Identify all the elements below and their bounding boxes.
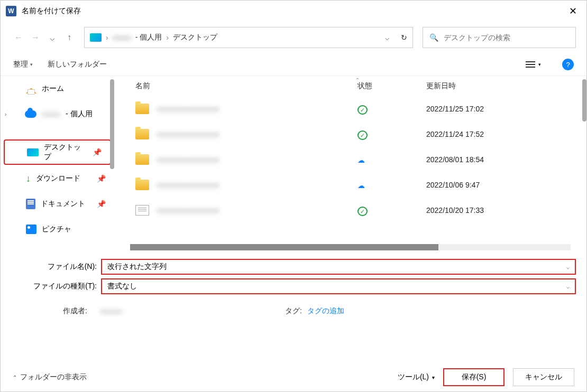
header-modified[interactable]: 更新日時	[426, 81, 586, 91]
state-cell: ✓	[357, 205, 426, 216]
sidebar-item-desktop[interactable]: デスクトップ 📌	[4, 139, 111, 165]
breadcrumb-user-suffix[interactable]: - 個人用	[135, 33, 162, 42]
sidebar-item-label: ダウンロード	[36, 174, 80, 183]
file-icon	[135, 205, 149, 216]
home-icon	[26, 84, 36, 94]
filename-label: ファイル名(N):	[11, 262, 101, 272]
refresh-icon[interactable]: ↻	[401, 33, 407, 42]
synced-icon: ✓	[357, 130, 368, 140]
breadcrumb-user[interactable]: xxxxx	[113, 33, 131, 42]
file-name: xxxxxxxxxxxxxxxxx	[157, 181, 357, 189]
sidebar-item-label: デスクトップ	[44, 143, 87, 162]
breadcrumb-sep: ›	[106, 33, 108, 42]
cancel-button[interactable]: キャンセル	[513, 368, 574, 386]
view-mode-button[interactable]: ▾	[526, 61, 541, 68]
desktop-icon	[27, 148, 39, 156]
expand-chevron-icon[interactable]: ›	[5, 111, 6, 117]
filename-input[interactable]	[107, 263, 566, 271]
word-app-icon: W	[6, 6, 16, 16]
sidebar-item-label: ピクチャ	[42, 225, 71, 234]
sidebar-item-label: ホーム	[42, 84, 64, 94]
help-icon[interactable]: ?	[562, 59, 574, 70]
table-row[interactable]: xxxxxxxxxxxxxxxxx☁2022/08/01 18:54	[114, 147, 586, 172]
file-date: 2022/11/24 17:52	[426, 130, 586, 138]
column-resize-icon[interactable]: ⌃	[355, 77, 360, 83]
author-label: 作成者:	[11, 306, 100, 316]
breadcrumb-sep: ›	[166, 33, 169, 42]
search-input[interactable]	[444, 33, 569, 42]
pin-icon[interactable]: 📌	[97, 200, 106, 208]
cloud-icon: ☁	[357, 181, 365, 190]
folder-icon	[135, 129, 149, 139]
organize-button[interactable]: 整理▾	[13, 60, 33, 69]
document-icon	[26, 199, 35, 209]
save-fields: ファイル名(N): ⌵ ファイルの種類(T): 書式なし ⌵	[1, 250, 586, 302]
pin-icon[interactable]: 📌	[93, 148, 102, 156]
sidebar-item-pictures[interactable]: ピクチャ	[1, 217, 114, 242]
table-row[interactable]: xxxxxxxxxxxxxxxxx☁2022/10/06 9:47	[114, 172, 586, 198]
sidebar-item-onedrive[interactable]: › xxxxx - 個人用	[1, 101, 114, 127]
add-tag-link[interactable]: タグの追加	[307, 306, 344, 316]
folder-icon	[135, 154, 149, 165]
meta-row: 作成者: xxxxxx タグ: タグの追加	[1, 302, 586, 320]
header-name[interactable]: 名前	[135, 81, 357, 91]
author-value: xxxxxx	[100, 307, 195, 315]
table-row[interactable]: xxxxxxxxxxxxxxxxx✓2022/11/24 17:52	[114, 122, 586, 147]
save-button[interactable]: 保存(S)	[443, 368, 505, 386]
address-bar[interactable]: › xxxxx - 個人用 › デスクトップ ⌵ ↻	[84, 27, 413, 48]
horizontal-scrollbar[interactable]	[130, 244, 571, 250]
state-cell: ✓	[357, 104, 426, 115]
title-bar: W 名前を付けて保存 ✕	[1, 1, 586, 22]
list-view-icon	[526, 61, 535, 68]
hide-folders-button[interactable]: ⌃フォルダーの非表示	[13, 372, 87, 382]
forward-button[interactable]: →	[28, 30, 43, 45]
filename-input-wrap: ⌵	[101, 259, 576, 275]
filename-dropdown-icon[interactable]: ⌵	[566, 264, 570, 270]
pc-icon	[90, 33, 102, 42]
file-name: xxxxxxxxxxxxxxxxx	[157, 105, 357, 113]
pin-icon[interactable]: 📌	[97, 174, 106, 183]
file-date: 2022/10/20 17:33	[426, 206, 586, 214]
sidebar-item-home[interactable]: ホーム	[1, 76, 114, 101]
download-icon: ↓	[26, 173, 31, 184]
nav-row: ← → ⌵ ↑ › xxxxx - 個人用 › デスクトップ ⌵ ↻ 🔍	[1, 22, 586, 53]
file-date: 2022/10/06 9:47	[426, 181, 586, 189]
file-date: 2022/11/25 17:02	[426, 105, 586, 113]
sidebar-onedrive-user: xxxxx	[42, 110, 60, 118]
table-row[interactable]: xxxxxxxxxxxxxxxxx✓2022/10/20 17:33	[114, 198, 586, 223]
filetype-select-wrap: 書式なし ⌵	[101, 278, 576, 294]
tag-label: タグ:	[285, 306, 302, 316]
filetype-select[interactable]: 書式なし	[107, 282, 566, 291]
dialog-title: 名前を付けて保存	[22, 6, 81, 16]
header-state[interactable]: 状態	[357, 81, 426, 91]
file-list: ⌃ 名前 状態 更新日時 xxxxxxxxxxxxxxxxx✓2022/11/2…	[114, 76, 586, 250]
onedrive-icon	[25, 110, 36, 118]
search-icon: 🔍	[429, 33, 438, 42]
close-icon[interactable]: ✕	[565, 3, 581, 19]
up-button[interactable]: ↑	[62, 30, 77, 45]
recent-chevron-icon[interactable]: ⌵	[45, 30, 60, 45]
state-cell: ☁	[357, 154, 426, 165]
file-name: xxxxxxxxxxxxxxxxx	[157, 155, 357, 164]
toolbar: 整理▾ 新しいフォルダー ▾ ?	[1, 53, 586, 76]
filetype-label: ファイルの種類(T):	[11, 282, 101, 291]
file-name: xxxxxxxxxxxxxxxxx	[157, 130, 357, 138]
sidebar-item-documents[interactable]: ドキュメント 📌	[1, 191, 114, 217]
table-row[interactable]: xxxxxxxxxxxxxxxxx✓2022/11/25 17:02	[114, 96, 586, 122]
filetype-dropdown-icon[interactable]: ⌵	[566, 284, 570, 290]
breadcrumb-location[interactable]: デスクトップ	[173, 33, 217, 42]
sidebar-item-downloads[interactable]: ↓ ダウンロード 📌	[1, 166, 114, 191]
folder-icon	[135, 180, 149, 190]
synced-icon: ✓	[357, 207, 368, 216]
tools-dropdown[interactable]: ツール(L)▾	[398, 372, 435, 382]
sidebar: ホーム › xxxxx - 個人用 デスクトップ 📌 ↓ ダウンロード 📌 ドキ…	[1, 76, 114, 250]
sidebar-item-label: - 個人用	[66, 109, 93, 119]
search-box[interactable]: 🔍	[423, 27, 576, 48]
address-dropdown-icon[interactable]: ⌵	[385, 33, 389, 42]
sidebar-scrollbar[interactable]	[110, 79, 114, 169]
new-folder-button[interactable]: 新しいフォルダー	[48, 60, 107, 69]
vertical-scrollbar[interactable]	[582, 79, 586, 122]
folder-icon	[135, 104, 149, 114]
state-cell: ☁	[357, 180, 426, 191]
back-button[interactable]: ←	[11, 30, 26, 45]
